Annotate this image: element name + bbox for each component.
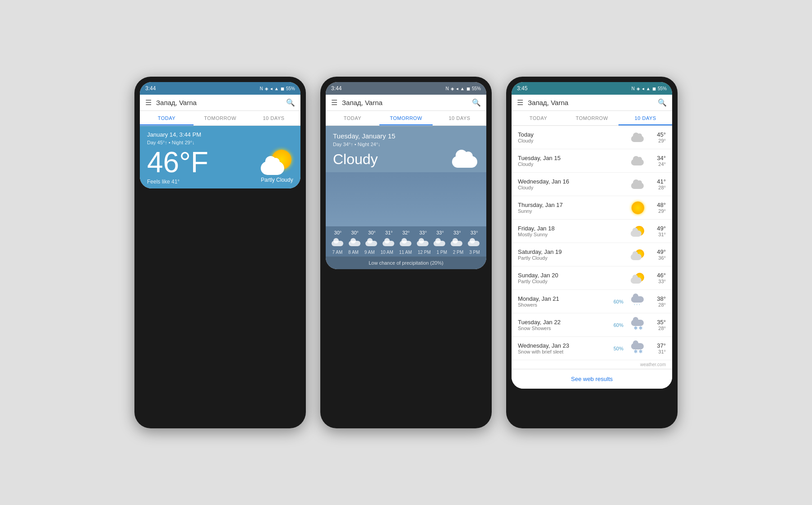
day-info-2: Wednesday, Jan 16Cloudy: [518, 178, 626, 190]
day-icon-9: ✻ ✻: [630, 343, 646, 354]
cloud-over: [261, 161, 284, 175]
tab-tomorrow-3[interactable]: TOMORROW: [565, 111, 619, 125]
day-row-6: Sunday, Jan 20Partly Cloudy46°33°: [512, 266, 672, 290]
day-name-7: Monday, Jan 21: [518, 295, 614, 302]
day-condition-7: Showers: [518, 302, 614, 308]
day-condition-6: Partly Cloudy: [518, 279, 626, 284]
day-name-4: Friday, Jan 18: [518, 225, 626, 232]
day-precip-9: 50%: [614, 346, 623, 351]
status-time-1: 3:44: [145, 85, 156, 92]
hourly-icon-4: [400, 239, 412, 246]
day-high-0: 45°: [650, 131, 666, 138]
day-row-9: Wednesday, Jan 23Snow with brief sleet50…: [512, 337, 672, 360]
partly-cloudy-icon: [261, 150, 293, 175]
temp-0: 30°: [334, 230, 342, 235]
day-condition-9: Snow with brief sleet: [518, 349, 614, 354]
day-low-7: 28°: [650, 302, 666, 308]
day-row-1: Tuesday, Jan 15Cloudy34°24°: [512, 149, 672, 173]
status-icons-1: N◈◂▲◼55%: [260, 86, 295, 91]
menu-icon-3[interactable]: ☰: [517, 98, 523, 107]
day-temps-8: 35°28°: [650, 319, 666, 331]
tab-10days-2[interactable]: 10 DAYS: [433, 111, 486, 125]
see-web-results[interactable]: See web results: [512, 369, 672, 389]
day-high-9: 37°: [650, 342, 666, 349]
temp-block: 46°F Feels like 41°: [147, 148, 208, 185]
day-low-4: 31°: [650, 232, 666, 237]
search-icon-2[interactable]: 🔍: [472, 98, 481, 107]
time-8: 3 PM: [469, 250, 480, 255]
menu-icon-2[interactable]: ☰: [331, 98, 337, 107]
cloudy-icon: [631, 180, 645, 189]
search-bar-1[interactable]: ☰ Запад, Varna 🔍: [140, 95, 300, 111]
tomorrow-header: Tuesday, January 15 Day 34°↑ • Night 24°…: [326, 126, 486, 172]
precip-wrap-7: 60%: [614, 299, 626, 304]
status-icons-3: N◈◂▲◼55%: [632, 86, 667, 91]
temp-3: 31°: [385, 230, 393, 235]
location-text-3: Запад, Varna: [528, 99, 653, 106]
day-icon-1: [630, 156, 646, 165]
day-temps-1: 34°24°: [650, 155, 666, 167]
day-low-6: 33°: [650, 279, 666, 284]
precip-wrap-9: 50%: [614, 346, 626, 351]
day-low-2: 28°: [650, 185, 666, 190]
sunny-icon: [632, 202, 644, 214]
tab-today-1[interactable]: TODAY: [140, 111, 194, 125]
day-icon-3: [630, 202, 646, 214]
precip-note: Low chance of precipitation (20%): [326, 257, 486, 269]
temp-1: 30°: [351, 230, 359, 235]
search-bar-2[interactable]: ☰ Запад, Varna 🔍: [326, 95, 486, 111]
day-temps-9: 37°31°: [650, 342, 666, 354]
time-6: 1 PM: [437, 250, 447, 255]
day-high-6: 46°: [650, 272, 666, 279]
day-high-8: 35°: [650, 319, 666, 326]
search-icon-1[interactable]: 🔍: [286, 98, 295, 107]
day-temps-0: 45°29°: [650, 131, 666, 143]
day-icon-0: [630, 133, 646, 142]
today-header: January 14, 3:44 PM Day 45°↑ • Night 29°…: [140, 126, 300, 188]
day-condition-1: Cloudy: [518, 161, 626, 167]
day-name-2: Wednesday, Jan 16: [518, 178, 626, 185]
showers-icon: · · ·: [631, 296, 645, 307]
temp-8: 33°: [471, 230, 478, 235]
tab-tomorrow-2[interactable]: TOMORROW: [379, 111, 433, 125]
day-icon-2: [630, 180, 646, 189]
hourly-icon-1: [349, 239, 361, 246]
day-precip-8: 60%: [614, 322, 623, 328]
tab-tomorrow-1[interactable]: TOMORROW: [194, 111, 247, 125]
day-condition-2: Cloudy: [518, 185, 626, 190]
day-row-8: Tuesday, Jan 22Snow Showers60%✻ ✻35°28°: [512, 313, 672, 337]
day-row-5: Saturday, Jan 19Partly Cloudy49°36°: [512, 243, 672, 266]
tomorrow-graph: [326, 172, 486, 226]
day-info-0: TodayCloudy: [518, 131, 626, 143]
day-row-0: TodayCloudy45°29°: [512, 126, 672, 149]
day-temps-2: 41°28°: [650, 178, 666, 190]
status-bar-2: 3:44 N◈◂▲◼55%: [326, 82, 486, 95]
tomorrow-cloud-icon: [452, 151, 479, 168]
hourly-temps: 30° 30° 30° 31° 32° 33° 33° 33° 33°: [326, 230, 486, 235]
phone-tomorrow: 3:44 N◈◂▲◼55% ☰ Запад, Varna 🔍 TODAY TOM…: [320, 77, 492, 428]
day-icon-8: ✻ ✻: [630, 320, 646, 331]
tab-10days-1[interactable]: 10 DAYS: [247, 111, 300, 125]
tab-today-2[interactable]: TODAY: [326, 111, 379, 125]
location-text-2: Запад, Varna: [342, 99, 467, 106]
menu-icon-1[interactable]: ☰: [145, 98, 152, 107]
status-icons-2: N◈◂▲◼55%: [446, 86, 481, 91]
day-row-2: Wednesday, Jan 16Cloudy41°28°: [512, 173, 672, 196]
mostly-sunny-icon: [631, 226, 645, 237]
temp-6: 33°: [436, 230, 444, 235]
day-high-7: 38°: [650, 295, 666, 302]
status-bar-1: 3:44 N◈◂▲◼55%: [140, 82, 300, 95]
search-bar-3[interactable]: ☰ Запад, Varna 🔍: [512, 95, 672, 111]
tab-today-3[interactable]: TODAY: [512, 111, 565, 125]
tab-10days-3[interactable]: 10 DAYS: [618, 111, 672, 125]
hourly-icon-6: [434, 239, 446, 246]
time-1: 8 AM: [348, 250, 359, 255]
day-info-6: Sunday, Jan 20Partly Cloudy: [518, 272, 626, 284]
phone-today: 3:44 N◈◂▲◼55% ☰ Запад, Varna 🔍 TODAY TOM…: [134, 77, 306, 428]
temp-5: 33°: [419, 230, 427, 235]
search-icon-3[interactable]: 🔍: [658, 98, 667, 107]
tomorrow-main: Cloudy: [333, 151, 479, 168]
day-high-4: 49°: [650, 225, 666, 232]
day-temps-5: 49°36°: [650, 248, 666, 261]
day-condition-8: Snow Showers: [518, 326, 614, 331]
